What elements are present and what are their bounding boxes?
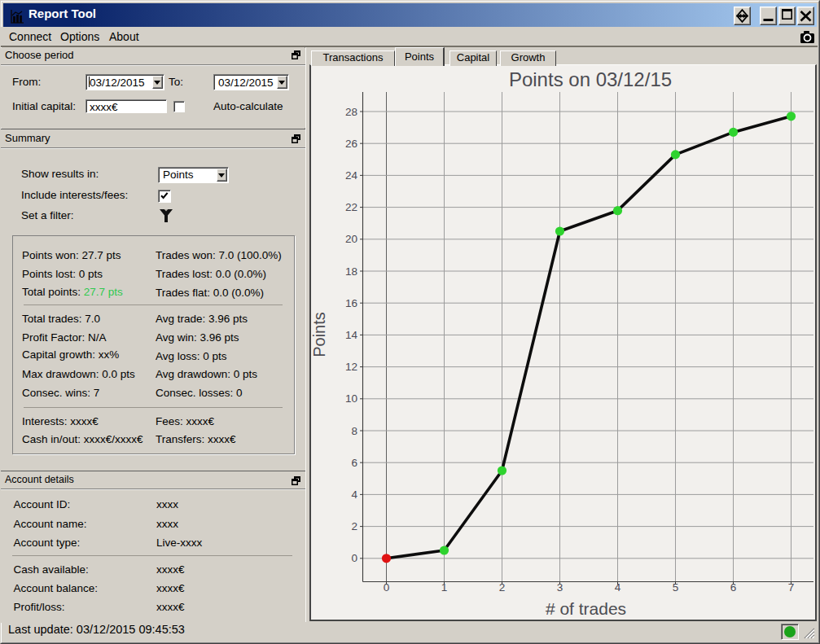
- svg-text:12: 12: [345, 361, 357, 373]
- svg-text:4: 4: [615, 581, 621, 594]
- svg-text:10: 10: [345, 392, 357, 405]
- svg-text:# of trades: # of trades: [546, 599, 626, 618]
- svg-text:1: 1: [441, 581, 448, 594]
- svg-text:6: 6: [351, 457, 357, 469]
- svg-text:4: 4: [351, 488, 357, 501]
- svg-text:0: 0: [384, 581, 390, 594]
- svg-text:7: 7: [788, 581, 795, 594]
- svg-text:Points: Points: [311, 312, 328, 357]
- svg-text:16: 16: [345, 297, 357, 309]
- svg-text:28: 28: [345, 106, 357, 118]
- svg-text:2: 2: [499, 581, 506, 594]
- svg-text:18: 18: [345, 265, 357, 278]
- svg-text:26: 26: [345, 138, 357, 150]
- svg-text:0: 0: [351, 552, 357, 564]
- svg-text:2: 2: [351, 520, 357, 532]
- svg-text:Points on 03/12/15: Points on 03/12/15: [509, 68, 672, 90]
- svg-text:8: 8: [351, 425, 357, 437]
- svg-text:5: 5: [673, 581, 679, 594]
- svg-text:3: 3: [557, 581, 563, 594]
- svg-text:20: 20: [345, 233, 357, 245]
- svg-text:14: 14: [345, 329, 358, 341]
- svg-text:24: 24: [345, 169, 358, 182]
- svg-text:6: 6: [730, 581, 737, 594]
- svg-text:22: 22: [345, 201, 357, 213]
